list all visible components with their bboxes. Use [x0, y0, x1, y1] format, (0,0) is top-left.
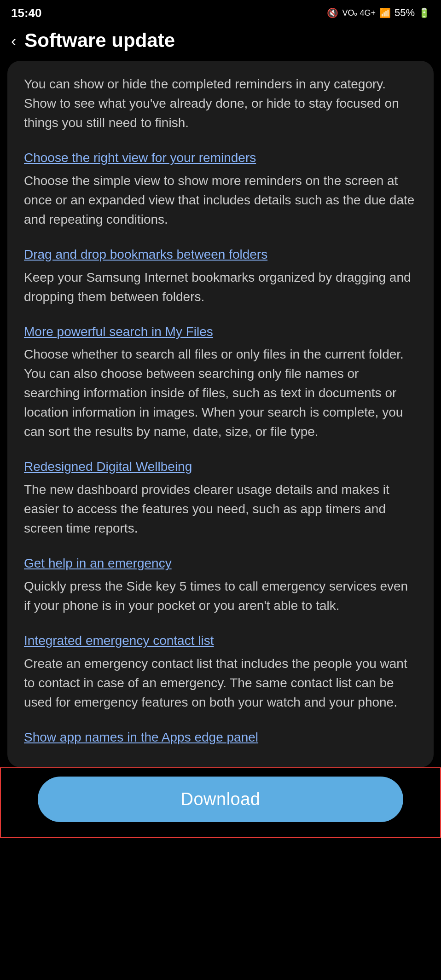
section-title-my-files-search: More powerful search in My Files	[24, 323, 417, 341]
section-my-files-search: More powerful search in My Files Choose …	[24, 323, 417, 442]
status-icons: 🔇 VOₒ 4G+ 📶 55% 🔋	[327, 7, 430, 19]
section-title-apps-edge: Show app names in the Apps edge panel	[24, 729, 417, 746]
section-title-emergency-contacts: Integrated emergency contact list	[24, 632, 417, 649]
content-card: You can show or hide the completed remin…	[7, 61, 434, 767]
section-body-bookmarks: Keep your Samsung Internet bookmarks org…	[24, 268, 417, 307]
section-emergency-contacts: Integrated emergency contact list Create…	[24, 632, 417, 712]
download-bar: Download	[0, 767, 441, 838]
section-body-my-files-search: Choose whether to search all files or on…	[24, 345, 417, 441]
section-title-digital-wellbeing: Redesigned Digital Wellbeing	[24, 458, 417, 476]
mute-icon: 🔇	[327, 7, 338, 18]
page-title: Software update	[24, 29, 175, 52]
battery-text: 55%	[395, 7, 415, 19]
intro-text: You can show or hide the completed remin…	[24, 75, 417, 133]
battery-icon: 🔋	[418, 7, 430, 18]
header: ‹ Software update	[0, 24, 441, 59]
section-apps-edge: Show app names in the Apps edge panel	[24, 729, 417, 746]
section-body-digital-wellbeing: The new dashboard provides clearer usage…	[24, 480, 417, 538]
section-title-reminders-view: Choose the right view for your reminders	[24, 149, 417, 167]
network-icon: VOₒ 4G+	[342, 8, 376, 18]
section-digital-wellbeing: Redesigned Digital Wellbeing The new das…	[24, 458, 417, 538]
status-time: 15:40	[11, 6, 42, 20]
section-body-emergency-help: Quickly press the Side key 5 times to ca…	[24, 577, 417, 615]
signal-icon: 📶	[379, 7, 391, 18]
section-title-emergency-help: Get help in an emergency	[24, 555, 417, 572]
section-bookmarks: Drag and drop bookmarks between folders …	[24, 246, 417, 307]
status-bar: 15:40 🔇 VOₒ 4G+ 📶 55% 🔋	[0, 0, 441, 24]
section-emergency-help: Get help in an emergency Quickly press t…	[24, 555, 417, 615]
section-title-bookmarks: Drag and drop bookmarks between folders	[24, 246, 417, 263]
download-button[interactable]: Download	[38, 777, 403, 822]
section-body-emergency-contacts: Create an emergency contact list that in…	[24, 654, 417, 712]
section-body-reminders-view: Choose the simple view to show more remi…	[24, 171, 417, 229]
section-reminders-view: Choose the right view for your reminders…	[24, 149, 417, 229]
back-button[interactable]: ‹	[11, 33, 16, 48]
